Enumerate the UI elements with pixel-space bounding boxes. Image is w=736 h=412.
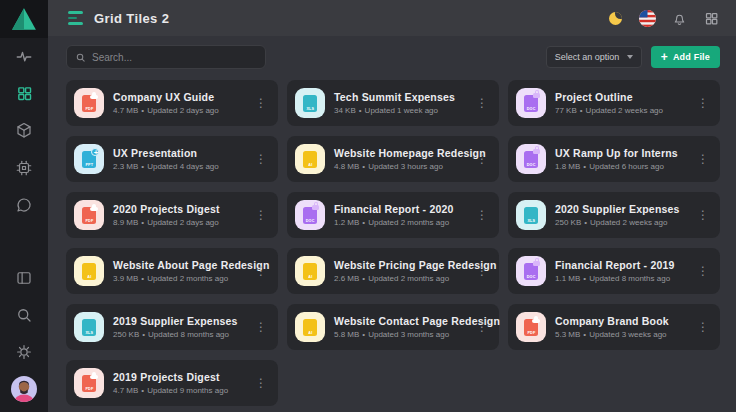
sidebar-item-profile[interactable] <box>0 370 48 408</box>
app-logo[interactable] <box>0 0 48 38</box>
file-card[interactable]: AI Website Pricing Page Redesign 2.6 MB•… <box>287 248 499 294</box>
file-card[interactable]: AI Website Homepage Redesign 4.8 MB•Upda… <box>287 136 499 182</box>
file-name: Website Homepage Redesign <box>334 147 472 159</box>
sidebar-item-activity[interactable] <box>0 38 48 75</box>
sidebar-item-search[interactable] <box>0 296 48 333</box>
kebab-menu-icon[interactable]: ⋮ <box>251 96 278 110</box>
kebab-menu-icon[interactable]: ⋮ <box>693 320 720 334</box>
filter-select[interactable]: Select an option <box>546 46 642 68</box>
sidebar-item-settings[interactable] <box>0 333 48 370</box>
file-updated: Updated 2 days ago <box>147 218 219 227</box>
avatar <box>11 376 37 402</box>
file-size: 250 KB <box>555 218 581 227</box>
file-name: Project Outline <box>555 91 663 103</box>
search-box[interactable] <box>66 45 266 69</box>
file-meta: 1.1 MB•Updated 8 months ago <box>555 274 675 283</box>
file-updated: Updated 2 months ago <box>147 274 228 283</box>
file-type-icon: AI <box>295 312 325 342</box>
file-name: Company UX Guide <box>113 91 219 103</box>
kebab-menu-icon[interactable]: ⋮ <box>472 152 499 166</box>
file-meta: 250 KB•Updated 8 months ago <box>113 330 238 339</box>
file-glyph: XLS <box>303 95 317 112</box>
file-card[interactable]: XLS 2020 Supplier Expenses 250 KB•Update… <box>508 192 720 238</box>
file-type-icon: DOC <box>516 88 546 118</box>
kebab-menu-icon[interactable]: ⋮ <box>693 96 720 110</box>
file-meta: 5.3 MB•Updated 3 weeks ago <box>555 330 669 339</box>
file-type-icon: DOC <box>295 200 325 230</box>
main-area: Grid Tiles 2 <box>48 0 736 412</box>
kebab-menu-icon[interactable]: ⋮ <box>472 208 499 222</box>
flag-us-graphic <box>639 10 656 27</box>
file-size: 1.2 MB <box>334 218 359 227</box>
file-updated: Updated 2 months ago <box>368 218 449 227</box>
file-card[interactable]: AI Website About Page Redesign 3.9 MB•Up… <box>66 248 278 294</box>
file-meta: 2.6 MB•Updated 2 months ago <box>334 274 472 283</box>
file-card[interactable]: XLS Tech Summit Expenses 34 KB•Updated 1… <box>287 80 499 126</box>
file-card[interactable]: DOC Financial Report - 2020 1.2 MB•Updat… <box>287 192 499 238</box>
kebab-menu-icon[interactable]: ⋮ <box>472 264 499 278</box>
file-card[interactable]: PDF Company Brand Book 5.3 MB•Updated 3 … <box>508 304 720 350</box>
file-glyph: DOC <box>303 207 317 224</box>
file-size: 5.3 MB <box>555 330 580 339</box>
search-input[interactable] <box>92 52 257 63</box>
kebab-menu-icon[interactable]: ⋮ <box>251 376 278 390</box>
kebab-menu-icon[interactable]: ⋮ <box>251 320 278 334</box>
meta-separator: • <box>584 218 587 227</box>
file-badge-icon <box>90 95 98 100</box>
file-updated: Updated 8 months ago <box>589 274 670 283</box>
sidebar-item-package[interactable] <box>0 112 48 149</box>
apps-grid-icon[interactable] <box>703 10 720 27</box>
file-card[interactable]: DOC Project Outline 77 KB•Updated 2 week… <box>508 80 720 126</box>
bell-icon[interactable] <box>671 10 688 27</box>
file-type-icon: XLS <box>295 88 325 118</box>
chevron-down-icon <box>627 55 633 59</box>
file-size: 77 KB <box>555 106 577 115</box>
meta-separator: • <box>583 274 586 283</box>
file-type-icon: DOC <box>516 144 546 174</box>
chat-icon <box>15 196 33 214</box>
file-card[interactable]: XLS 2019 Supplier Expenses 250 KB•Update… <box>66 304 278 350</box>
kebab-menu-icon[interactable]: ⋮ <box>693 264 720 278</box>
file-card[interactable]: PDF 2020 Projects Digest 8.9 MB•Updated … <box>66 192 278 238</box>
theme-moon-icon[interactable] <box>607 10 624 27</box>
sidebar-item-chat[interactable] <box>0 186 48 223</box>
sidebar-nav <box>0 38 48 223</box>
kebab-menu-icon[interactable]: ⋮ <box>251 208 278 222</box>
file-size: 1.1 MB <box>555 274 580 283</box>
kebab-menu-icon[interactable]: ⋮ <box>472 320 499 334</box>
file-card[interactable]: AI Website Contact Page Redesign 5.8 MB•… <box>287 304 499 350</box>
meta-separator: • <box>583 162 586 171</box>
meta-separator: • <box>141 162 144 171</box>
add-file-button[interactable]: + Add File <box>651 46 720 68</box>
panel-layout-icon <box>15 269 33 287</box>
file-card[interactable]: PDF Company UX Guide 4.7 MB•Updated 2 da… <box>66 80 278 126</box>
meta-separator: • <box>142 330 145 339</box>
kebab-menu-icon[interactable]: ⋮ <box>251 264 278 278</box>
file-card[interactable]: DOC Financial Report - 2019 1.1 MB•Updat… <box>508 248 720 294</box>
page-title: Grid Tiles 2 <box>94 11 169 26</box>
gear-icon <box>15 343 33 361</box>
file-size: 2.3 MB <box>113 162 138 171</box>
file-glyph: PDF <box>82 95 96 112</box>
sidebar-item-panel[interactable] <box>0 259 48 296</box>
sidebar-item-dashboard[interactable] <box>0 75 48 112</box>
file-meta: 2.3 MB•Updated 4 days ago <box>113 162 219 171</box>
file-type-icon: PDF <box>74 88 104 118</box>
language-flag-us-icon[interactable] <box>639 10 656 27</box>
file-type-icon: DOC <box>516 256 546 286</box>
sidebar-item-chip[interactable] <box>0 149 48 186</box>
file-glyph: DOC <box>524 263 538 280</box>
kebab-menu-icon[interactable]: ⋮ <box>693 152 720 166</box>
kebab-menu-icon[interactable]: ⋮ <box>693 208 720 222</box>
file-card[interactable]: PDF 2019 Projects Digest 4.7 MB•Updated … <box>66 360 278 406</box>
menu-toggle-icon[interactable] <box>68 11 83 24</box>
file-card[interactable]: PPT UX Presentation 2.3 MB•Updated 4 day… <box>66 136 278 182</box>
kebab-menu-icon[interactable]: ⋮ <box>251 152 278 166</box>
kebab-menu-icon[interactable]: ⋮ <box>472 96 499 110</box>
meta-separator: • <box>141 106 144 115</box>
file-name: Website Contact Page Redesign <box>334 315 472 327</box>
file-card[interactable]: DOC UX Ramp Up for Interns 1.8 MB•Update… <box>508 136 720 182</box>
file-name: Company Brand Book <box>555 315 669 327</box>
meta-separator: • <box>580 106 583 115</box>
file-name: 2020 Projects Digest <box>113 203 220 215</box>
